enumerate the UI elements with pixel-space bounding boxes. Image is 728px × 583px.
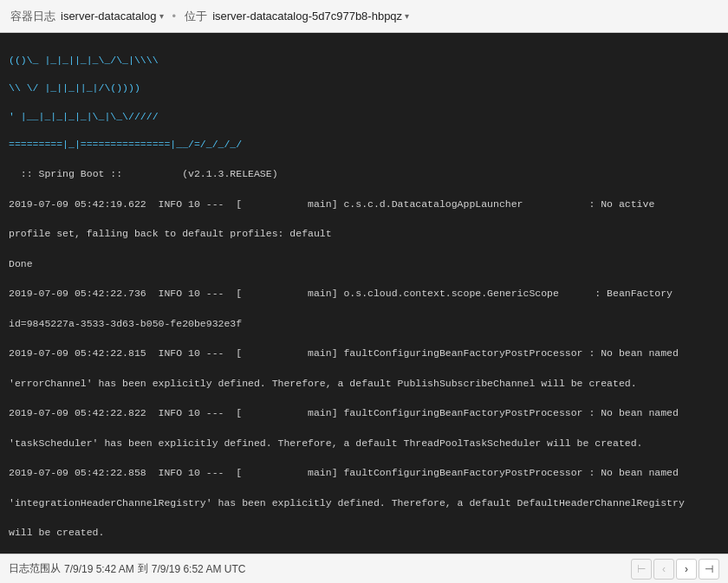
- nav-prev-button[interactable]: ‹: [653, 559, 674, 580]
- log-line: 'errorChannel' has been explicitly defin…: [9, 376, 719, 391]
- pod-chevron-icon: ▾: [405, 11, 409, 21]
- log-line: 2019-07-09 05:42:22.858 INFO 10 --- [ ma…: [9, 465, 719, 480]
- log-line: =========|_|===============|__/=/_/_/_/: [9, 139, 719, 152]
- nav-last-button[interactable]: ⊣: [699, 559, 719, 580]
- log-line: 2019-07-09 05:42:19.622 INFO 10 --- [ ma…: [9, 197, 719, 211]
- log-line: will be created.: [9, 525, 719, 540]
- log-line: profile set, falling back to default pro…: [9, 226, 719, 241]
- range-to: 到: [138, 561, 148, 576]
- log-content-area: (()\_ |_|_||_|_\_/\_|\\\\ \\ \/ |_||_||_…: [0, 33, 728, 554]
- at-label: 位于: [185, 9, 207, 24]
- log-line: 2019-07-09 05:42:22.736 INFO 10 --- [ ma…: [9, 286, 719, 301]
- nav-controls: ⊢ ‹ › ⊣: [631, 559, 719, 580]
- container-name: iserver-datacatalog: [61, 10, 157, 23]
- topbar: 容器日志 iserver-datacatalog ▾ • 位于 iserver-…: [0, 0, 728, 33]
- pod-dropdown[interactable]: iserver-datacatalog-5d7c977b8-hbpqz ▾: [212, 10, 409, 23]
- log-line: 'taskScheduler' has been explicitly defi…: [9, 436, 719, 450]
- log-range: 日志范围从 7/9/19 5:42 AM 到 7/9/19 6:52 AM UT…: [9, 561, 245, 576]
- pod-name: iserver-datacatalog-5d7c977b8-hbpqz: [212, 10, 402, 23]
- container-dropdown[interactable]: iserver-datacatalog ▾: [61, 10, 164, 23]
- range-start: 7/9/19 5:42 AM: [64, 563, 134, 575]
- range-end: 7/9/19 6:52 AM UTC: [152, 563, 246, 575]
- log-line: Done: [9, 256, 719, 271]
- range-label: 日志范围从: [9, 561, 61, 576]
- log-line: 2019-07-09 05:42:22.822 INFO 10 --- [ ma…: [9, 405, 719, 420]
- log-line: id=9845227a-3533-3d63-b050-fe20be932e3f: [9, 316, 719, 331]
- log-line: 'integrationHeaderChannelRegistry' has b…: [9, 496, 719, 510]
- bottombar: 日志范围从 7/9/19 5:42 AM 到 7/9/19 6:52 AM UT…: [0, 554, 728, 583]
- nav-first-button[interactable]: ⊢: [631, 559, 652, 580]
- log-line: 2019-07-09 05:42:22.815 INFO 10 --- [ ma…: [9, 346, 719, 360]
- log-label: 容器日志: [10, 9, 55, 24]
- log-line: \\ \/ |_||_||_|/\()))): [9, 82, 719, 95]
- log-line: (()\_ |_|_||_|_\_/\_|\\\\: [9, 55, 719, 68]
- log-line: ' |__|_|_|_|_|\_|\_\/////: [9, 111, 719, 124]
- nav-next-button[interactable]: ›: [676, 559, 697, 580]
- topbar-separator: •: [172, 10, 177, 23]
- container-chevron-icon: ▾: [159, 11, 164, 21]
- log-line: :: Spring Boot :: (v2.1.3.RELEASE): [9, 166, 719, 181]
